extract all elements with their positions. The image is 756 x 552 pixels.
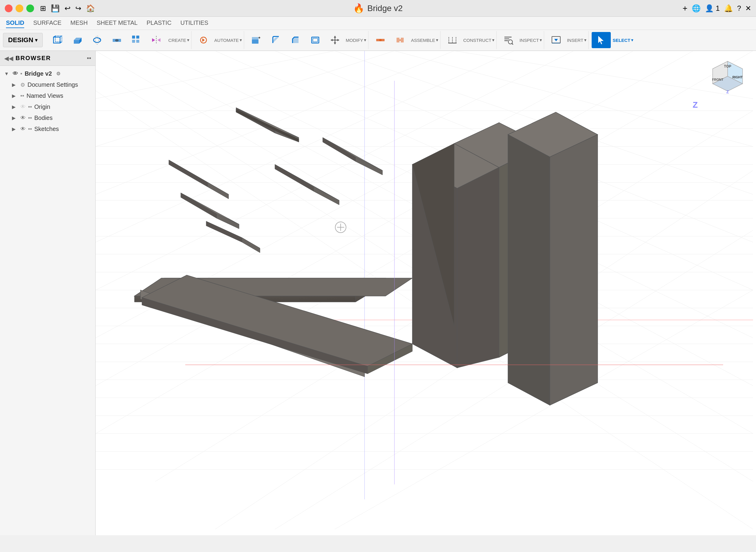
globe-icon[interactable]: 🌐 — [692, 4, 701, 13]
tab-sheet-metal[interactable]: SHEET METAL — [97, 18, 138, 28]
browser-menu-icon[interactable]: ▪▪ — [87, 55, 91, 61]
chamfer-icon — [290, 35, 301, 45]
maximize-button[interactable] — [26, 4, 34, 12]
as-built-joint-button[interactable] — [391, 32, 409, 48]
automate-dropdown-icon: ▾ — [240, 37, 242, 43]
tab-solid[interactable]: SOLID — [6, 18, 24, 28]
eye-bodies-icon[interactable]: 👁 — [20, 115, 26, 121]
svg-marker-120 — [236, 108, 299, 138]
browser-collapse-icon[interactable]: ◀◀ — [4, 55, 13, 62]
tab-mesh[interactable]: MESH — [70, 18, 88, 28]
browser-title: BROWSER — [16, 55, 51, 61]
press-pull-button[interactable] — [247, 32, 265, 48]
tree-label-bodies: Bodies — [34, 115, 52, 121]
move-button[interactable] — [326, 32, 344, 48]
user-icon[interactable]: 👤 1 — [705, 4, 720, 13]
create-label[interactable]: CREATE▾ — [168, 37, 189, 43]
svg-rect-12 — [132, 35, 135, 38]
assemble-group: ASSEMBLE▾ — [370, 31, 440, 49]
fillet-icon — [270, 35, 281, 45]
construct-button[interactable] — [443, 32, 461, 48]
close-button[interactable] — [5, 4, 13, 12]
hole-button[interactable] — [108, 32, 126, 48]
svg-marker-132 — [314, 187, 339, 205]
tree-arrow-bodies: ▶ — [12, 115, 18, 121]
svg-marker-30 — [334, 42, 336, 44]
svg-rect-14 — [132, 40, 135, 43]
undo-icon[interactable]: ↩ — [64, 4, 70, 13]
eye-sketches-icon[interactable]: 👁 — [20, 126, 26, 132]
insert-button[interactable] — [547, 32, 565, 48]
view-cube[interactable]: TOP FRONT RIGHT Z — [708, 57, 747, 96]
window-close-icon[interactable]: ✕ — [745, 4, 751, 13]
select-button[interactable] — [592, 32, 611, 48]
save-icon[interactable]: 💾 — [51, 4, 60, 13]
create-group: CREATE▾ — [47, 31, 192, 49]
fillet-button[interactable] — [267, 32, 285, 48]
svg-marker-49 — [554, 39, 558, 41]
mirror-button[interactable] — [147, 32, 165, 48]
toolbar-tabs: SOLID SURFACE MESH SHEET METAL PLASTIC U… — [0, 17, 756, 30]
extrude-button[interactable] — [68, 32, 86, 48]
svg-marker-127 — [181, 193, 239, 224]
svg-rect-21 — [252, 37, 258, 39]
revolve-button[interactable] — [88, 32, 106, 48]
home-icon[interactable]: 🏠 — [86, 4, 95, 13]
tree-label-named-views: Named Views — [27, 93, 63, 99]
inspect-label[interactable]: INSPECT▾ — [519, 37, 542, 43]
browser-panel: ◀◀ BROWSER ▪▪ ▼ 👁 ▪ Bridge v2 ⚙ ▶ ⚙ Docu… — [0, 51, 96, 535]
modify-label[interactable]: MODIFY▾ — [346, 37, 366, 43]
tree-item-doc-settings[interactable]: ▶ ⚙ Document Settings — [0, 79, 95, 90]
joint-button[interactable] — [371, 32, 389, 48]
eye-root-icon[interactable]: 👁 — [13, 71, 18, 77]
svg-marker-24 — [293, 37, 299, 43]
gear-doc-settings-icon: ⚙ — [20, 82, 25, 88]
svg-marker-134 — [323, 138, 356, 161]
automate-button[interactable] — [195, 32, 212, 48]
assemble-label[interactable]: ASSEMBLE▾ — [411, 37, 438, 43]
minimize-button[interactable] — [16, 4, 23, 12]
svg-rect-36 — [396, 38, 399, 42]
notification-icon[interactable]: 🔔 — [724, 4, 733, 13]
construct-icon — [447, 35, 458, 45]
svg-marker-133 — [323, 138, 382, 170]
tree-item-root[interactable]: ▼ 👁 ▪ Bridge v2 ⚙ — [0, 68, 95, 79]
tree-item-sketches[interactable]: ▶ 👁 ▪▪ Sketches — [0, 124, 95, 135]
tree-item-named-views[interactable]: ▶ ▪▪ Named Views — [0, 90, 95, 101]
inspect-button[interactable] — [500, 32, 518, 48]
eye-origin-icon[interactable]: 👁 — [20, 104, 26, 110]
z-axis-label: Z — [693, 100, 698, 110]
chamfer-button[interactable] — [287, 32, 305, 48]
add-tab-icon[interactable]: + — [683, 4, 687, 13]
tree-item-bodies[interactable]: ▶ 👁 ▪▪ Bodies — [0, 112, 95, 124]
svg-marker-130 — [275, 164, 339, 200]
help-icon[interactable]: ? — [737, 4, 741, 13]
insert-icon — [551, 35, 561, 45]
tree-item-origin[interactable]: ▶ 👁 ▪▪ Origin — [0, 101, 95, 112]
hole-icon — [112, 35, 122, 45]
select-label[interactable]: SELECT▾ — [612, 37, 633, 43]
settings-root-icon[interactable]: ⚙ — [56, 71, 60, 77]
shell-button[interactable] — [306, 32, 324, 48]
tab-plastic[interactable]: PLASTIC — [146, 18, 171, 28]
tab-surface[interactable]: SURFACE — [33, 18, 61, 28]
svg-point-35 — [379, 39, 382, 41]
construct-label[interactable]: CONSTRUCT▾ — [463, 37, 495, 43]
redo-icon[interactable]: ↪ — [75, 4, 81, 13]
pattern-button[interactable] — [128, 32, 146, 48]
insert-label[interactable]: INSERT▾ — [567, 37, 587, 43]
folder-named-views-icon: ▪▪ — [20, 93, 24, 99]
svg-marker-123 — [236, 109, 299, 142]
automate-label[interactable]: AUTOMATE▾ — [214, 37, 242, 43]
construct-group: CONSTRUCT▾ — [442, 31, 497, 49]
toolbar-content: DESIGN ▾ — [0, 30, 756, 50]
folder-root-icon: ▪ — [20, 71, 22, 77]
svg-marker-116 — [457, 167, 499, 368]
right-controls: + 🌐 👤 1 🔔 ? ✕ — [683, 4, 751, 13]
new-component-button[interactable] — [49, 32, 67, 48]
tab-utilities[interactable]: UTILITIES — [180, 18, 208, 28]
design-button[interactable]: DESIGN ▾ — [3, 33, 43, 47]
folder-sketches-icon: ▪▪ — [28, 126, 32, 132]
viewport[interactable]: TOP FRONT RIGHT Z Z — [96, 51, 756, 535]
apps-icon[interactable]: ⊞ — [40, 4, 46, 13]
